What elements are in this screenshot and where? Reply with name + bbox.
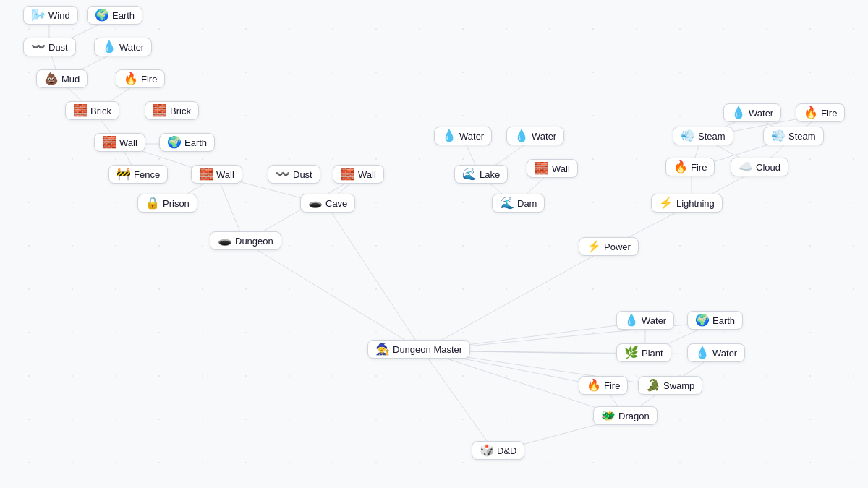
node-icon-water3: 💧 bbox=[514, 130, 529, 142]
node-label-wall1: Wall bbox=[119, 137, 137, 148]
node-icon-water2: 💧 bbox=[442, 130, 456, 142]
node-label-plant: Plant bbox=[642, 348, 663, 359]
node-icon-brick2: 🧱 bbox=[153, 105, 167, 116]
node-label-wind: Wind bbox=[48, 10, 70, 21]
node-fire1[interactable]: 🔥Fire bbox=[116, 69, 165, 88]
node-label-fire2: Fire bbox=[691, 162, 707, 173]
node-label-dungeon_master: Dungeon Master bbox=[393, 344, 462, 355]
node-label-brick2: Brick bbox=[170, 106, 191, 116]
node-icon-brick1: 🧱 bbox=[73, 105, 88, 116]
node-lake[interactable]: 🌊Lake bbox=[454, 165, 508, 184]
node-icon-water1: 💧 bbox=[102, 41, 116, 53]
node-label-earth1: Earth bbox=[112, 10, 135, 21]
node-dust1[interactable]: 〰️Dust bbox=[23, 38, 76, 56]
node-icon-fire_top_r: 🔥 bbox=[804, 107, 818, 119]
node-icon-wall3: 🧱 bbox=[341, 168, 355, 180]
node-label-steam2: Steam bbox=[788, 131, 816, 142]
node-brick1[interactable]: 🧱Brick bbox=[65, 101, 119, 120]
node-label-water3: Water bbox=[532, 131, 556, 142]
node-icon-dam: 🌊 bbox=[500, 197, 514, 209]
node-icon-steam1: 💨 bbox=[681, 130, 695, 142]
node-label-earth_br: Earth bbox=[712, 315, 735, 326]
node-label-dust2: Dust bbox=[293, 169, 312, 180]
node-label-dnd: D&D bbox=[497, 445, 516, 456]
node-label-dragon: Dragon bbox=[618, 411, 650, 421]
node-dust2[interactable]: 〰️Dust bbox=[268, 165, 320, 184]
node-dungeon[interactable]: 🕳️Dungeon bbox=[210, 231, 281, 250]
node-prison[interactable]: 🔒Prison bbox=[137, 194, 197, 213]
node-fire_top_r[interactable]: 🔥Fire bbox=[796, 103, 845, 122]
node-label-cloud: Cloud bbox=[756, 162, 780, 173]
node-brick2[interactable]: 🧱Brick bbox=[145, 101, 199, 120]
node-icon-power: ⚡ bbox=[587, 241, 601, 252]
node-water1[interactable]: 💧Water bbox=[94, 38, 152, 56]
node-icon-lake: 🌊 bbox=[462, 168, 477, 180]
node-icon-fire1: 🔥 bbox=[124, 73, 138, 85]
node-icon-water_br1: 💧 bbox=[624, 314, 639, 326]
node-icon-dust2: 〰️ bbox=[276, 168, 290, 180]
node-label-lake: Lake bbox=[480, 169, 500, 180]
node-icon-dungeon: 🕳️ bbox=[218, 235, 232, 247]
node-dam[interactable]: 🌊Dam bbox=[492, 194, 545, 213]
node-label-fire_top_r: Fire bbox=[821, 108, 837, 119]
node-label-swamp: Swamp bbox=[663, 380, 694, 391]
node-fence[interactable]: 🚧Fence bbox=[109, 165, 168, 184]
node-icon-water_top_r: 💧 bbox=[731, 107, 746, 119]
node-label-dam: Dam bbox=[517, 198, 537, 209]
node-wind[interactable]: 🌬️Wind bbox=[23, 6, 78, 25]
node-label-cave: Cave bbox=[326, 198, 347, 209]
node-wall4[interactable]: 🧱Wall bbox=[527, 159, 578, 178]
node-icon-mud: 💩 bbox=[44, 73, 59, 85]
node-label-mud: Mud bbox=[61, 74, 80, 85]
node-icon-earth2: 🌍 bbox=[167, 137, 182, 148]
node-earth_br[interactable]: 🌍Earth bbox=[687, 311, 743, 330]
node-icon-wall1: 🧱 bbox=[102, 137, 116, 148]
node-steam2[interactable]: 💨Steam bbox=[763, 127, 824, 145]
node-label-water_br2: Water bbox=[712, 348, 737, 359]
node-fire2[interactable]: 🔥Fire bbox=[665, 158, 715, 176]
svg-line-15 bbox=[244, 242, 422, 351]
node-icon-prison: 🔒 bbox=[145, 197, 160, 209]
node-earth2[interactable]: 🌍Earth bbox=[159, 133, 215, 152]
node-power[interactable]: ⚡Power bbox=[579, 237, 639, 256]
node-wall1[interactable]: 🧱Wall bbox=[94, 133, 145, 152]
node-water_top_r[interactable]: 💧Water bbox=[723, 103, 781, 122]
node-label-brick1: Brick bbox=[90, 106, 111, 116]
node-wall3[interactable]: 🧱Wall bbox=[333, 165, 384, 184]
node-icon-dust1: 〰️ bbox=[31, 41, 46, 53]
node-label-wall2: Wall bbox=[216, 169, 234, 180]
node-mud[interactable]: 💩Mud bbox=[36, 69, 88, 88]
node-earth1[interactable]: 🌍Earth bbox=[87, 6, 142, 25]
svg-line-40 bbox=[422, 351, 495, 452]
node-icon-fence: 🚧 bbox=[116, 168, 131, 180]
node-icon-cloud: ☁️ bbox=[739, 161, 753, 173]
node-water_br2[interactable]: 💧Water bbox=[687, 343, 745, 362]
node-cave[interactable]: 🕳️Cave bbox=[300, 194, 355, 213]
svg-line-32 bbox=[422, 248, 608, 351]
node-plant[interactable]: 🌿Plant bbox=[616, 343, 671, 362]
node-icon-water_br2: 💧 bbox=[695, 347, 710, 359]
node-lightning[interactable]: ⚡Lightning bbox=[651, 194, 723, 213]
node-label-lightning: Lightning bbox=[676, 198, 715, 209]
node-label-dungeon: Dungeon bbox=[235, 236, 273, 247]
node-water_br1[interactable]: 💧Water bbox=[616, 311, 674, 330]
node-cloud[interactable]: ☁️Cloud bbox=[731, 158, 788, 176]
node-label-earth2: Earth bbox=[184, 137, 207, 148]
node-wall2[interactable]: 🧱Wall bbox=[191, 165, 242, 184]
node-dnd[interactable]: 🎲D&D bbox=[472, 441, 524, 460]
node-swamp[interactable]: 🐊Swamp bbox=[638, 376, 702, 395]
node-icon-steam2: 💨 bbox=[771, 130, 786, 142]
node-icon-dungeon_master: 🧙 bbox=[375, 343, 390, 355]
node-dragon[interactable]: 🐲Dragon bbox=[593, 406, 658, 425]
node-label-dust1: Dust bbox=[48, 42, 68, 53]
node-water3[interactable]: 💧Water bbox=[506, 127, 564, 145]
node-fire_br[interactable]: 🔥Fire bbox=[579, 376, 628, 395]
node-icon-fire2: 🔥 bbox=[673, 161, 688, 173]
node-label-steam1: Steam bbox=[698, 131, 726, 142]
node-water2[interactable]: 💧Water bbox=[434, 127, 492, 145]
node-label-water_top_r: Water bbox=[749, 108, 773, 119]
node-label-water2: Water bbox=[459, 131, 484, 142]
node-steam1[interactable]: 💨Steam bbox=[673, 127, 733, 145]
node-dungeon_master[interactable]: 🧙Dungeon Master bbox=[367, 340, 470, 359]
node-label-prison: Prison bbox=[163, 198, 190, 209]
